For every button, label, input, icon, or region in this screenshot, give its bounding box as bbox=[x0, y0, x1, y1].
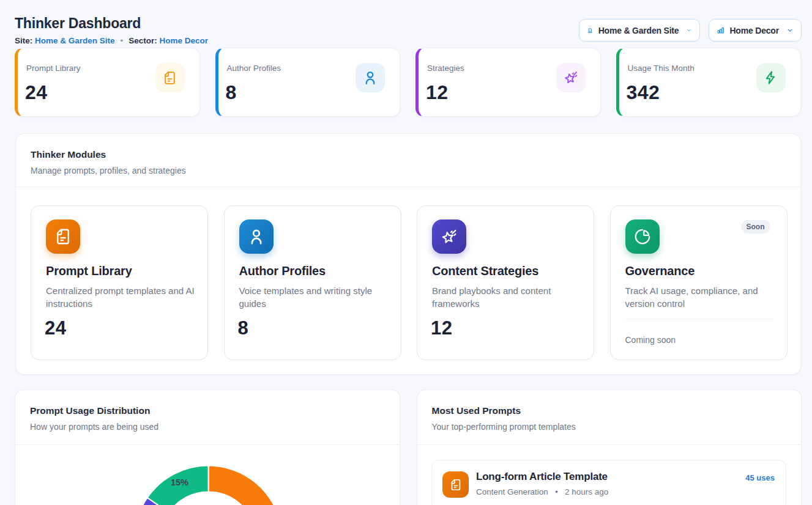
svg-text:15%: 15% bbox=[171, 477, 188, 487]
